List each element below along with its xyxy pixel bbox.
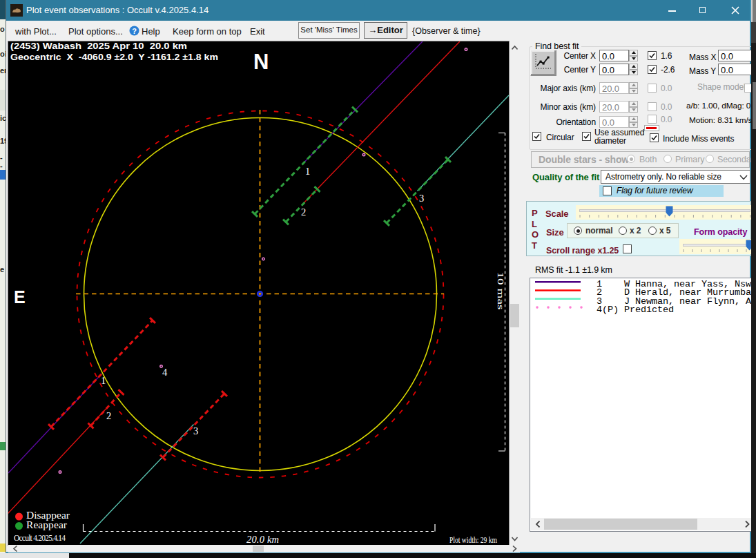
svg-text:2: 2: [301, 206, 306, 218]
svg-text:?: ?: [132, 27, 137, 35]
svg-text:Plot width: 29 km: Plot width: 29 km: [449, 535, 497, 545]
svg-text:1: 1: [305, 166, 310, 177]
svg-text:4: 4: [162, 367, 168, 378]
svg-text:Reappear: Reappear: [26, 519, 68, 530]
svg-text:3: 3: [193, 425, 198, 436]
svg-text:2: 2: [106, 410, 111, 421]
svg-text:Geocentric X -4060.9 ±2.0 Y: Geocentric X -4060.9 ±2.0 Y -1161.2 ±1.8…: [10, 52, 218, 62]
svg-text:E: E: [14, 287, 26, 307]
svg-text:N: N: [253, 50, 269, 74]
svg-text:Occult 4.2025.4.14: Occult 4.2025.4.14: [14, 534, 66, 542]
svg-text:3: 3: [419, 193, 424, 204]
svg-text:(2453) Wabash 2025 Apr 10 20: (2453) Wabash 2025 Apr 10 20.0 km: [10, 41, 187, 51]
svg-text:20.0 km: 20.0 km: [246, 534, 279, 545]
svg-text:1: 1: [101, 375, 106, 386]
svg-text:10 mas: 10 mas: [496, 272, 506, 310]
